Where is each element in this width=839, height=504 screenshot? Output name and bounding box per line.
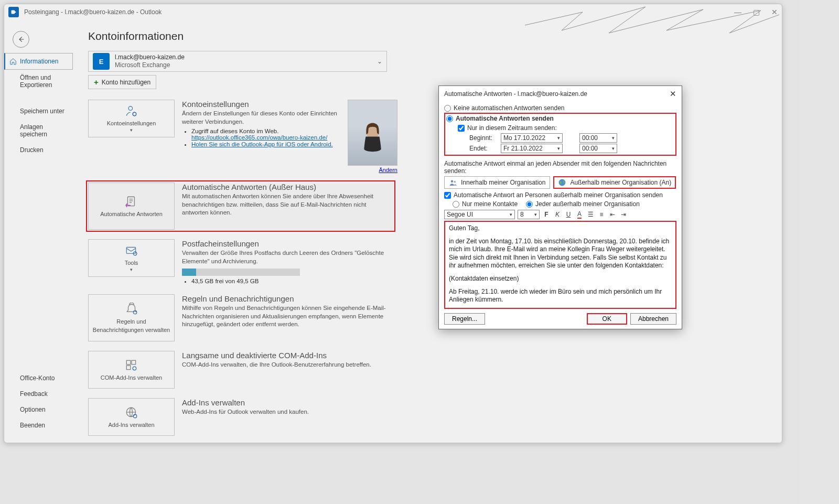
quota-bar <box>182 269 300 276</box>
section-heading: Add-Ins verwalten <box>182 398 309 407</box>
auto-reply-icon <box>125 195 138 209</box>
section-heading: Automatische Antworten (Außer Haus) <box>182 183 393 191</box>
page-title: Kontoinformationen <box>88 30 766 42</box>
svg-rect-8 <box>126 360 131 364</box>
nav-options[interactable]: Optionen <box>4 402 72 417</box>
font-size-dropdown[interactable]: 8▾ <box>518 210 540 219</box>
title-bar: Posteingang - l.mack@buero-kaizen.de - O… <box>4 4 782 19</box>
globe-gear-icon <box>125 406 138 420</box>
svg-rect-5 <box>126 248 135 254</box>
nav-informationen[interactable]: Informationen <box>4 53 73 70</box>
chevron-down-icon: ▾ <box>130 267 133 272</box>
tile-account-settings[interactable]: Kontoeinstellungen ▾ <box>88 100 175 137</box>
tile-automatic-replies[interactable]: Automatische Antworten <box>88 183 175 230</box>
nav-save-as[interactable]: Speichern unter <box>4 103 72 119</box>
quota-text: 43,5 GB frei von 49,5 GB <box>191 278 397 284</box>
tile-com-addins[interactable]: COM-Add-Ins verwalten <box>88 351 175 389</box>
owa-link[interactable]: https://outlook.office365.com/owa/buero-… <box>191 134 327 141</box>
radio-everyone-external[interactable]: Jeder außerhalb meiner Organisation <box>526 200 640 208</box>
outlook-icon <box>8 7 19 17</box>
begin-time-dropdown[interactable]: 00:00▾ <box>579 133 617 143</box>
format-toolbar: Segoe UI▾ 8▾ F K U A ☰ ≡ ⇤ ⇥ <box>444 210 676 219</box>
checkbox-time-range[interactable]: Nur in diesem Zeitraum senden: <box>458 124 674 132</box>
people-icon <box>449 178 458 187</box>
exchange-icon: E <box>93 53 110 70</box>
rules-button[interactable]: Regeln... <box>444 313 485 325</box>
addins-grid-icon <box>125 359 138 372</box>
nav-feedback[interactable]: Feedback <box>4 386 72 402</box>
tab-internal[interactable]: Innerhalb meiner Organisation <box>444 176 550 189</box>
svg-point-1 <box>128 106 133 111</box>
plus-icon: + <box>94 78 99 87</box>
section-heading: Regeln und Benachrichtigungen <box>182 294 397 303</box>
underline-icon[interactable]: U <box>564 210 573 219</box>
italic-icon[interactable]: K <box>553 210 562 219</box>
rules-bell-icon <box>125 303 138 316</box>
checkbox-send-external[interactable]: Automatische Antwort an Personen außerha… <box>444 191 676 199</box>
maximize-icon[interactable]: ▢ <box>753 8 760 16</box>
automatic-replies-section: Automatische Antworten Automatische Antw… <box>86 180 395 232</box>
svg-rect-0 <box>12 10 15 14</box>
chevron-down-icon: ▾ <box>557 135 560 141</box>
chevron-down-icon: ▾ <box>612 135 615 141</box>
svg-rect-10 <box>126 366 131 370</box>
account-selector[interactable]: E l.mack@buero-kaizen.de Microsoft Excha… <box>88 51 387 72</box>
bold-icon[interactable]: F <box>542 210 551 219</box>
svg-point-7 <box>133 310 137 314</box>
chevron-down-icon: ▾ <box>510 212 512 217</box>
add-account-button[interactable]: + Konto hinzufügen <box>88 75 156 89</box>
minimize-icon[interactable]: ― <box>734 8 741 16</box>
end-time-dropdown[interactable]: 00:00▾ <box>579 144 617 153</box>
section-heading: Langsame und deaktivierte COM-Add-Ins <box>182 351 371 360</box>
reply-caption: Automatische Antwort einmal an jeden Abs… <box>444 160 676 175</box>
nav-quit[interactable]: Beenden <box>4 417 72 433</box>
dialog-titlebar: Automatische Antworten - l.mack@buero-ka… <box>439 86 682 102</box>
indent-icon[interactable]: ⇥ <box>619 210 628 219</box>
begin-date-dropdown[interactable]: Mo 17.10.2022▾ <box>501 133 563 143</box>
dialog-close-button[interactable]: ✕ <box>670 89 676 99</box>
backstage-sidebar: Informationen Öffnen und Exportieren Spe… <box>4 19 72 443</box>
account-email: l.mack@buero-kaizen.de <box>115 53 377 61</box>
chevron-down-icon: ▾ <box>534 212 537 217</box>
tile-addins[interactable]: Add-Ins verwalten <box>88 398 175 436</box>
svg-point-15 <box>454 181 456 183</box>
section-heading: Kontoeinstellungen <box>182 100 340 109</box>
radio-send-auto-replies[interactable]: Automatische Antworten senden <box>446 114 674 123</box>
chevron-down-icon: ▾ <box>130 127 133 133</box>
close-icon[interactable]: ✕ <box>771 8 778 16</box>
svg-point-14 <box>451 180 454 183</box>
tile-rules[interactable]: Regeln und Benachrichtigungen verwalten <box>88 294 175 341</box>
back-button[interactable] <box>13 31 29 48</box>
end-date-dropdown[interactable]: Fr 21.10.2022▾ <box>501 144 563 153</box>
chevron-down-icon: ▾ <box>557 146 560 151</box>
label-begins: Beginnt: <box>469 134 498 142</box>
bullet-list-icon[interactable]: ☰ <box>586 210 595 219</box>
chevron-down-icon: ▾ <box>612 146 615 151</box>
message-editor[interactable]: Guten Tag, in der Zeit von Montag, 17.10… <box>444 221 676 309</box>
mailbox-tools-icon <box>125 244 138 258</box>
svg-point-11 <box>133 367 136 370</box>
window-controls: ― ▢ ✕ <box>734 8 778 16</box>
radio-no-auto-replies[interactable]: Keine automatischen Antworten senden <box>444 104 676 112</box>
nav-print[interactable]: Drucken <box>4 142 72 158</box>
dialog-title: Automatische Antworten - l.mack@buero-ka… <box>444 90 587 98</box>
font-color-icon[interactable]: A <box>575 210 584 219</box>
nav-office-account[interactable]: Office-Konto <box>4 370 72 386</box>
tab-external[interactable]: Außerhalb meiner Organisation (An) <box>553 176 676 189</box>
nav-attachments-save[interactable]: Anlagen speichern <box>4 119 72 142</box>
label-ends: Endet: <box>469 145 498 152</box>
svg-rect-4 <box>127 197 134 206</box>
radio-only-contacts[interactable]: Nur meine Kontakte <box>453 200 518 208</box>
font-family-dropdown[interactable]: Segoe UI▾ <box>444 210 515 219</box>
section-heading: Postfacheinstellungen <box>182 239 397 248</box>
number-list-icon[interactable]: ≡ <box>597 210 606 219</box>
cancel-button[interactable]: Abbrechen <box>630 313 676 325</box>
mobile-app-link[interactable]: Holen Sie sich die Outlook-App für iOS o… <box>191 141 333 147</box>
outdent-icon[interactable]: ⇤ <box>608 210 617 219</box>
person-gear-icon <box>125 104 138 118</box>
profile-photo <box>348 100 397 166</box>
change-photo-link[interactable]: Ändern <box>379 167 397 173</box>
ok-button[interactable]: OK <box>587 313 627 325</box>
tile-tools[interactable]: Tools ▾ <box>88 239 175 277</box>
nav-open-export[interactable]: Öffnen und Exportieren <box>4 70 72 93</box>
